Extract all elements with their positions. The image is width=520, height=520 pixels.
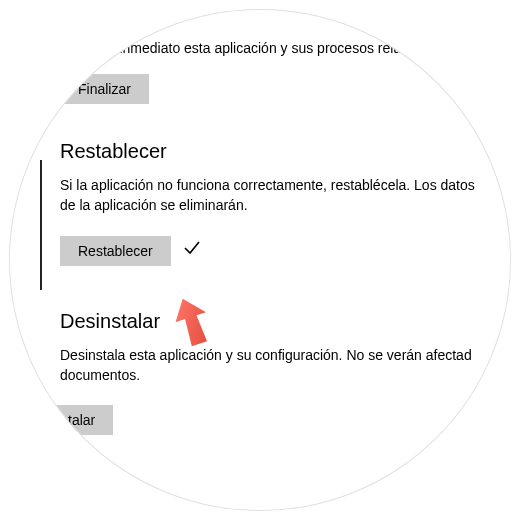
reset-desc: Si la aplicación no funciona correctamen… xyxy=(60,175,480,216)
uninstall-button[interactable]: talar xyxy=(50,405,113,435)
left-accent-rule xyxy=(40,160,42,290)
uninstall-desc: Desinstala esta aplicación y su configur… xyxy=(60,345,480,386)
reset-heading: Restablecer xyxy=(60,140,480,163)
checkmark-icon xyxy=(183,240,201,261)
finalize-button[interactable]: Finalizar xyxy=(60,74,149,104)
uninstall-heading: Desinstalar xyxy=(60,310,480,333)
reset-button[interactable]: Restablecer xyxy=(60,236,171,266)
terminate-desc-partial: de inmediato esta aplicación y sus proce… xyxy=(60,40,480,56)
